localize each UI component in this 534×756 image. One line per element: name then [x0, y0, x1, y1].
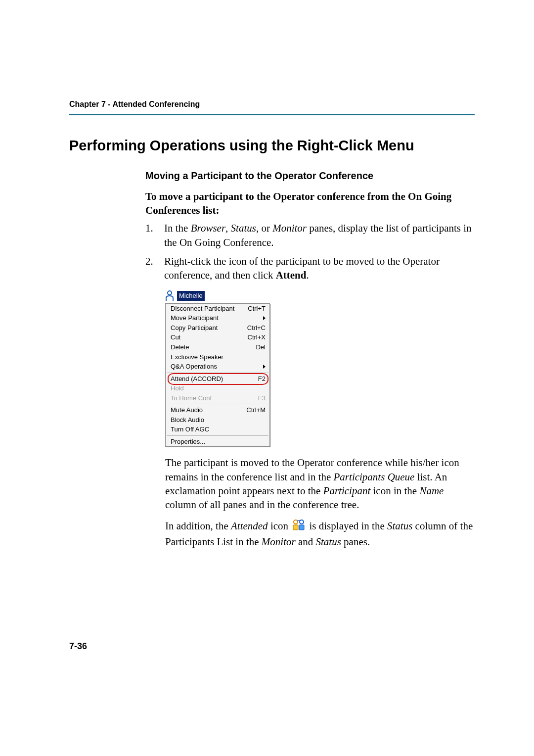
- text-emphasis: Participants Queue: [334, 471, 415, 483]
- paragraph: The participant is moved to the Operator…: [165, 456, 475, 512]
- text-run: In the: [164, 222, 191, 234]
- text-run: icon: [268, 520, 291, 532]
- menu-item-shortcut: Ctrl+T: [248, 304, 266, 313]
- svg-rect-2: [293, 525, 298, 530]
- menu-item-label: Q&A Operations: [171, 362, 217, 371]
- chapter-header: Chapter 7 - Attended Conferencing: [69, 99, 475, 115]
- menu-item[interactable]: Copy ParticipantCtrl+C: [166, 323, 269, 333]
- menu-item[interactable]: CutCtrl+X: [166, 332, 269, 342]
- menu-item[interactable]: DeleteDel: [166, 342, 269, 352]
- text-emphasis: Attended: [231, 520, 268, 532]
- menu-item-label: Attend (ACCORD): [171, 375, 223, 383]
- explanation-block: The participant is moved to the Operator…: [69, 456, 475, 549]
- text-emphasis: Status: [387, 520, 412, 532]
- text-run: .: [306, 269, 309, 281]
- menu-item: Hold: [166, 383, 269, 393]
- section-title: Performing Operations using the Right-Cl…: [69, 136, 475, 155]
- context-menu-header: Michelle: [165, 290, 270, 301]
- menu-item[interactable]: Disconnect ParticipantCtrl+T: [166, 304, 269, 314]
- menu-item-label: Move Participant: [171, 314, 219, 323]
- menu-separator: [167, 435, 268, 436]
- menu-item[interactable]: Move Participant: [166, 313, 269, 323]
- svg-rect-4: [299, 525, 304, 530]
- menu-item-label: Cut: [171, 333, 180, 342]
- text-emphasis: Monitor: [272, 222, 307, 234]
- menu-item-label: Delete: [171, 343, 189, 352]
- menu-item-label: Block Audio: [171, 416, 204, 425]
- menu-item[interactable]: Block Audio: [166, 415, 269, 425]
- menu-item-shortcut: F2: [258, 375, 266, 383]
- instruction-lead: To move a participant to the Operator co…: [145, 189, 475, 218]
- menu-item: To Home ConfF3: [166, 393, 269, 403]
- menu-item-shortcut: Ctrl+C: [247, 324, 266, 332]
- menu-item[interactable]: Properties...: [166, 437, 269, 447]
- attended-icon: [292, 519, 306, 534]
- menu-item-label: Exclusive Speaker: [171, 353, 223, 362]
- menu-item-label: Copy Participant: [171, 324, 218, 332]
- participant-icon: [165, 290, 174, 301]
- step-number: 2.: [145, 254, 164, 283]
- menu-item-shortcut: Ctrl+M: [246, 406, 266, 415]
- submenu-arrow-icon: [263, 365, 266, 369]
- subsection-title: Moving a Participant to the Operator Con…: [69, 169, 475, 183]
- menu-item-label: To Home Conf: [171, 394, 212, 403]
- step-list: 1. In the Browser, Status, or Monitor pa…: [145, 221, 475, 282]
- text-run: icon in the: [370, 485, 419, 497]
- text-emphasis: Browser: [191, 222, 225, 234]
- text-emphasis: Status,: [231, 222, 259, 234]
- text-run: column of all panes and in the conferenc…: [165, 499, 359, 511]
- menu-item-label: Disconnect Participant: [171, 304, 234, 313]
- document-page: Chapter 7 - Attended Conferencing Perfor…: [0, 0, 534, 756]
- paragraph: In addition, the Attended icon is displa…: [165, 519, 475, 549]
- text-run: and: [296, 536, 316, 548]
- menu-item-shortcut: F3: [258, 394, 266, 403]
- menu-item-label: Mute Audio: [171, 406, 203, 415]
- text-run: panes.: [341, 536, 370, 548]
- instructions-block: To move a participant to the Operator co…: [69, 189, 475, 447]
- menu-item-shortcut: Del: [256, 343, 266, 352]
- text-emphasis: Name: [419, 485, 444, 497]
- context-menu-figure: Michelle Disconnect ParticipantCtrl+TMov…: [165, 290, 270, 447]
- page-number: 7-36: [69, 640, 87, 652]
- menu-item[interactable]: Q&A Operations: [166, 362, 269, 372]
- text-run: is displayed in the: [307, 520, 387, 532]
- menu-separator: [167, 373, 268, 373]
- participant-name: Michelle: [177, 291, 205, 301]
- menu-separator: [167, 404, 268, 404]
- step-number: 1.: [145, 221, 164, 249]
- menu-item[interactable]: Mute AudioCtrl+M: [166, 405, 269, 415]
- text-strong: Attend: [276, 269, 307, 281]
- text-run: or: [259, 222, 272, 234]
- menu-item-label: Turn Off AGC: [171, 425, 209, 434]
- text-emphasis: Status: [315, 536, 341, 548]
- menu-item[interactable]: Turn Off AGC: [166, 425, 269, 434]
- text-emphasis: Participant: [323, 485, 371, 497]
- submenu-arrow-icon: [263, 316, 266, 320]
- context-menu: Disconnect ParticipantCtrl+TMove Partici…: [165, 303, 270, 447]
- text-run: ,: [225, 222, 231, 234]
- step-item: 1. In the Browser, Status, or Monitor pa…: [145, 221, 475, 249]
- text-run: In addition, the: [165, 520, 231, 532]
- menu-item[interactable]: Exclusive Speaker: [166, 352, 269, 362]
- step-item: 2. Right-click the icon of the participa…: [145, 254, 475, 283]
- menu-item-attend-wrap: Attend (ACCORD)F2: [166, 374, 269, 384]
- step-text: In the Browser, Status, or Monitor panes…: [164, 221, 475, 249]
- menu-item-shortcut: Ctrl+X: [248, 333, 266, 342]
- menu-item-label: Hold: [171, 384, 184, 393]
- menu-item-label: Properties...: [171, 437, 205, 446]
- menu-item[interactable]: Attend (ACCORD)F2: [166, 374, 269, 384]
- svg-point-0: [168, 291, 172, 295]
- step-text: Right-click the icon of the participant …: [164, 254, 475, 283]
- text-emphasis: Monitor: [262, 536, 296, 548]
